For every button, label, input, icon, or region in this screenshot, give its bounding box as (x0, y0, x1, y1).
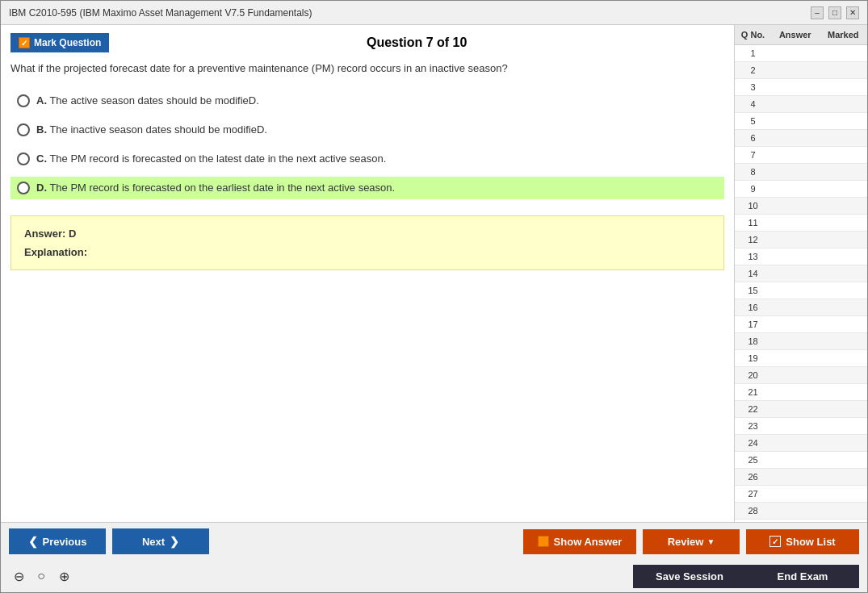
list-item-answer (771, 453, 820, 466)
list-item-marked (820, 216, 868, 229)
radio-b[interactable] (17, 123, 30, 136)
list-item-answer (771, 470, 820, 483)
list-item[interactable]: 25 (735, 452, 867, 469)
list-item-answer (771, 115, 820, 127)
list-item[interactable]: 19 (735, 350, 867, 367)
list-item-marked (820, 165, 868, 178)
list-item[interactable]: 14 (735, 265, 867, 282)
list-item[interactable]: 21 (735, 384, 867, 401)
zoom-normal-button[interactable]: ○ (31, 566, 51, 586)
list-item[interactable]: 8 (735, 164, 867, 181)
main-window: IBM C2010-595 (IBM Maximo Asset Manageme… (0, 0, 868, 593)
list-item[interactable]: 18 (735, 333, 867, 350)
options-list: A. The active season dates should be mod… (10, 90, 724, 199)
list-item-num: 22 (735, 403, 771, 416)
list-item[interactable]: 6 (735, 130, 867, 147)
list-item-num: 3 (735, 81, 771, 94)
list-item[interactable]: 4 (735, 96, 867, 113)
list-item-marked (820, 182, 868, 195)
list-item-answer (771, 64, 820, 77)
save-session-button[interactable]: Save Session (633, 565, 746, 588)
answer-box: Answer: D Explanation: (10, 215, 724, 270)
left-panel: ✓ Mark Question Question 7 of 10 What if… (1, 25, 734, 522)
option-c[interactable]: C. The PM record is forecasted on the la… (10, 148, 724, 170)
list-item[interactable]: 9 (735, 181, 867, 198)
list-item[interactable]: 10 (735, 198, 867, 215)
list-item[interactable]: 5 (735, 113, 867, 130)
list-item-marked (820, 64, 868, 77)
show-answer-label: Show Answer (554, 536, 623, 548)
list-item[interactable]: 2 (735, 62, 867, 79)
list-item-answer (771, 81, 820, 94)
list-item[interactable]: 1 (735, 45, 867, 62)
list-item-answer (771, 487, 820, 500)
list-item-answer (771, 436, 820, 449)
list-item[interactable]: 15 (735, 282, 867, 299)
list-item-num: 11 (735, 216, 771, 229)
minimize-button[interactable]: – (811, 6, 824, 19)
list-item[interactable]: 20 (735, 367, 867, 384)
list-item-answer (771, 132, 820, 144)
maximize-button[interactable]: □ (828, 6, 841, 19)
list-item-num: 5 (735, 115, 771, 127)
option-b[interactable]: B. The inactive season dates should be m… (10, 119, 724, 141)
title-bar: IBM C2010-595 (IBM Maximo Asset Manageme… (1, 1, 867, 25)
list-item-answer (771, 233, 820, 246)
list-item-marked (820, 233, 868, 246)
list-item[interactable]: 7 (735, 147, 867, 164)
option-d[interactable]: D. The PM record is forecasted on the ea… (10, 177, 724, 199)
list-item-num: 10 (735, 199, 771, 212)
list-item[interactable]: 3 (735, 79, 867, 96)
previous-button[interactable]: ❮ Previous (9, 528, 106, 554)
list-item-answer (771, 504, 820, 517)
end-exam-button[interactable]: End Exam (746, 565, 859, 588)
list-item[interactable]: 24 (735, 435, 867, 452)
list-item-num: 18 (735, 335, 771, 348)
list-item-marked (820, 47, 868, 60)
zoom-in-button[interactable]: ⊕ (54, 566, 73, 586)
list-item[interactable]: 22 (735, 401, 867, 418)
list-item-num: 4 (735, 98, 771, 111)
question-list[interactable]: 1234567891011121314151617181920212223242… (735, 45, 867, 522)
list-item-answer (771, 403, 820, 416)
next-label: Next (142, 536, 165, 548)
list-item-marked (820, 352, 868, 365)
list-item-num: 26 (735, 470, 771, 483)
list-item-answer (771, 420, 820, 432)
header-marked: Marked (820, 28, 868, 41)
option-a[interactable]: A. The active season dates should be mod… (10, 90, 724, 112)
list-item-num: 23 (735, 420, 771, 432)
show-list-button[interactable]: ✓ Show List (746, 529, 859, 554)
list-item[interactable]: 17 (735, 316, 867, 333)
list-item-num: 25 (735, 453, 771, 466)
close-button[interactable]: ✕ (846, 6, 859, 19)
radio-a[interactable] (17, 94, 30, 107)
radio-c[interactable] (17, 152, 30, 165)
option-c-text: C. The PM record is forecasted on the la… (36, 152, 386, 165)
list-item[interactable]: 13 (735, 248, 867, 265)
mark-question-label: Mark Question (34, 37, 101, 48)
right-panel-header: Q No. Answer Marked (735, 25, 867, 45)
mark-question-button[interactable]: ✓ Mark Question (10, 33, 109, 52)
radio-d[interactable] (17, 182, 30, 194)
list-item-answer (771, 284, 820, 297)
option-b-text: B. The inactive season dates should be m… (36, 123, 267, 136)
review-button[interactable]: Review ▼ (643, 529, 740, 554)
list-item-marked (820, 199, 868, 212)
list-item-num: 8 (735, 165, 771, 178)
zoom-out-button[interactable]: ⊖ (9, 566, 28, 586)
list-item[interactable]: 12 (735, 232, 867, 248)
list-item[interactable]: 28 (735, 503, 867, 520)
list-item[interactable]: 11 (735, 215, 867, 232)
list-item[interactable]: 26 (735, 469, 867, 486)
show-answer-button[interactable]: Show Answer (523, 529, 636, 554)
zoom-controls: ⊖ ○ ⊕ (9, 566, 73, 586)
show-list-label: Show List (786, 536, 835, 548)
list-item-marked (820, 81, 868, 94)
list-item[interactable]: 16 (735, 299, 867, 316)
list-item-num: 20 (735, 369, 771, 382)
next-button[interactable]: Next ❯ (112, 528, 209, 554)
list-item[interactable]: 27 (735, 486, 867, 503)
bottom-row1: ❮ Previous Next ❯ Show Answer Review ▼ ✓… (1, 523, 867, 560)
list-item[interactable]: 23 (735, 418, 867, 435)
